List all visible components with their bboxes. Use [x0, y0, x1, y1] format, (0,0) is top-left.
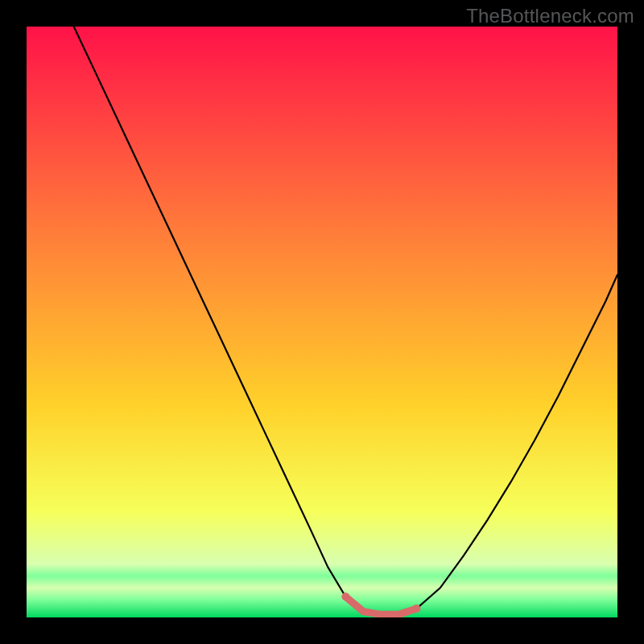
watermark-text: TheBottleneck.com: [466, 5, 634, 27]
chart-frame: TheBottleneck.com: [0, 0, 644, 644]
bottleneck-chart: [27, 27, 617, 617]
highlight-end-dot: [412, 605, 420, 613]
highlight-start-dot: [341, 592, 349, 601]
chart-plot-area: [27, 27, 617, 617]
